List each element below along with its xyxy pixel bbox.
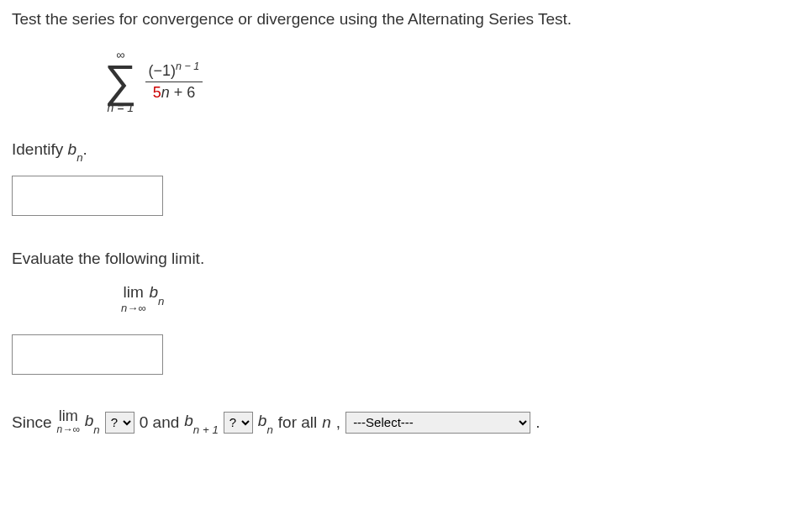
series-expression: ∞ ∑ n = 1 (−1)n − 1 5n + 6 [104,49,800,113]
evaluate-label: Evaluate the following limit. [12,250,800,268]
identify-bn-input[interactable] [12,176,163,216]
problem-statement: Test the series for convergence or diver… [12,10,800,29]
since-text: Since [12,413,52,432]
series-fraction: (−1)n − 1 5n + 6 [145,60,203,102]
sum-lower-bound: n = 1 [107,102,134,113]
limit-expression: lim n→∞ bn [121,283,800,314]
limit-operator-inline: lim n→∞ [57,408,80,435]
for-all-text: for all [278,413,317,432]
period: . [535,413,540,432]
bn-inline-2: bn [258,412,273,433]
fraction-numerator: (−1)n − 1 [145,60,203,82]
sigma-icon: ∑ [104,60,137,102]
conclusion-line: Since lim n→∞ bn ? 0 and bn + 1 ? bn for… [12,408,800,435]
n-var: n [322,413,331,432]
comma: , [336,413,340,432]
conclusion-select[interactable]: ---Select--- [345,412,530,434]
bn-compare-select[interactable]: ? [224,412,253,434]
evaluate-limit-input[interactable] [12,334,163,375]
zero-and-text: 0 and [140,413,180,432]
bn-plus-1: bn + 1 [184,412,219,433]
fraction-denominator: 5n + 6 [150,82,199,102]
identify-label: Identify bn. [12,140,800,161]
summation-symbol: ∞ ∑ n = 1 [104,49,137,113]
bn-inline-1: bn [85,412,100,433]
limit-compare-select[interactable]: ? [105,412,134,434]
limit-operator: lim n→∞ [121,283,145,314]
limit-bn: bn [149,283,164,304]
